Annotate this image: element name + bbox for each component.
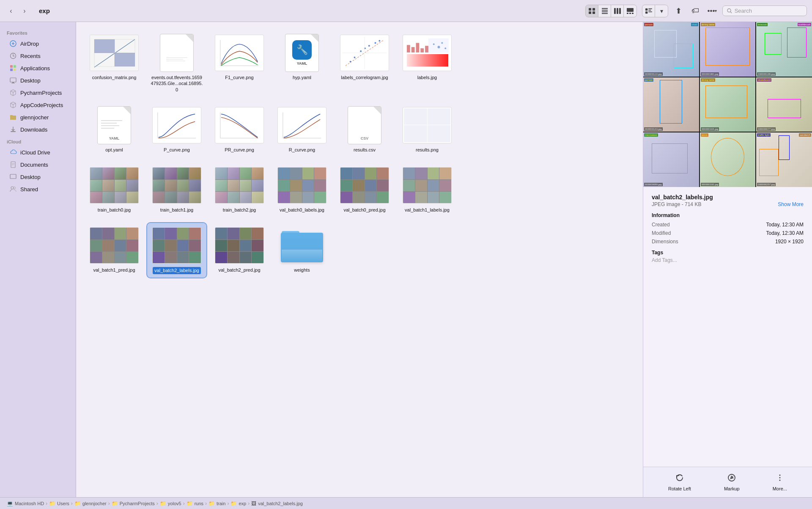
file-thumbnail [339, 166, 390, 204]
view-gallery-btn[interactable] [624, 5, 636, 17]
more-actions-button[interactable]: More... [773, 473, 787, 491]
created-value: Today, 12:30 AM [766, 222, 804, 228]
detail-preview: person chair 000000110.jpg dining table … [643, 22, 812, 187]
file-thumbnail [151, 106, 202, 144]
search-box[interactable] [722, 6, 807, 16]
file-item-val-batch1-labels[interactable]: val_batch1_labels.jpg [398, 163, 457, 216]
svg-rect-9 [617, 8, 618, 14]
sidebar-item-applications[interactable]: Applications [3, 62, 73, 74]
file-item-events[interactable]: events.out.tfevents.1659479235.Gle...oca… [147, 30, 206, 96]
file-item-weights[interactable]: weights [272, 223, 332, 277]
svg-rect-68 [411, 47, 415, 52]
bc-train[interactable]: train [217, 501, 225, 506]
tag-button[interactable]: 🏷 [689, 4, 702, 18]
file-item-labels-correlogram[interactable]: labels_correlogram.jpg [335, 30, 394, 96]
file-thumbnail [214, 226, 265, 264]
markup-label: Markup [724, 486, 740, 491]
bc-file[interactable]: val_batch2_labels.jpg [258, 501, 303, 506]
bc-pycharm[interactable]: PycharmProjects [120, 501, 155, 506]
bc-users[interactable]: Users [57, 501, 69, 506]
view-column-btn[interactable] [611, 5, 624, 17]
more-actions-label: More... [773, 486, 787, 491]
svg-rect-38 [10, 174, 16, 179]
svg-point-73 [433, 43, 435, 45]
svg-rect-13 [629, 13, 631, 14]
file-item-train-batch0[interactable]: train_batch0.jpg [85, 163, 144, 216]
icloud-drive-icon [9, 149, 17, 156]
view-icon-btn[interactable] [586, 5, 598, 17]
forward-button[interactable]: › [19, 5, 30, 17]
view-list-btn[interactable] [598, 5, 611, 17]
file-item-results-csv[interactable]: CSV results.csv [335, 103, 394, 156]
sidebar-item-pycharmprojects[interactable]: PycharmProjects [3, 87, 73, 99]
file-item-pr-curve[interactable]: PR_curve.png [210, 103, 269, 156]
sidebar-item-desktop[interactable]: Desktop [3, 74, 73, 86]
file-item-hyp-yaml[interactable]: 🔧 YAML hyp.yaml [272, 30, 332, 96]
documents-label: Documents [20, 162, 48, 168]
bc-glennjocher[interactable]: glennjocher [82, 501, 107, 506]
file-item-val-batch0-pred[interactable]: val_batch0_pred.jpg [335, 163, 394, 216]
svg-rect-71 [425, 46, 428, 52]
svg-rect-11 [627, 8, 634, 12]
group-btn[interactable] [642, 5, 655, 17]
rotate-left-button[interactable]: Rotate Left [668, 473, 691, 491]
detail-panel: person chair 000000110.jpg dining table … [643, 22, 812, 497]
more-button[interactable]: •••▾ [705, 4, 719, 18]
file-item-f1-curve[interactable]: F1_curve.png [210, 30, 269, 96]
sidebar-item-appcodeprojects[interactable]: AppCodeProjects [3, 99, 73, 111]
file-thumbnail: CSV [339, 106, 390, 144]
file-item-p-curve[interactable]: P_curve.png [147, 103, 206, 156]
add-tags-placeholder[interactable]: Add Tags... [652, 257, 804, 263]
markup-button[interactable]: Markup [724, 473, 740, 491]
file-item-train-batch2[interactable]: train_batch2.jpg [210, 163, 269, 216]
file-item-labels[interactable]: labels.jpg [398, 30, 457, 96]
detail-filename: val_batch2_labels.jpg [652, 194, 804, 201]
svg-rect-30 [11, 83, 15, 83]
sidebar-item-shared[interactable]: Shared [3, 183, 73, 195]
detail-actions: Rotate Left Markup More... [643, 467, 812, 497]
toolbar: ‹ › exp ▾ ⬆ 🏷 •••▾ [0, 0, 812, 22]
svg-rect-6 [602, 11, 608, 12]
confusion-matrix-thumb [90, 35, 139, 71]
back-button[interactable]: ‹ [5, 5, 17, 17]
file-thumbnail [277, 226, 327, 264]
file-item-results-png[interactable]: results.png [398, 103, 457, 156]
svg-rect-33 [11, 131, 16, 132]
file-item-val-batch1-pred[interactable]: val_batch1_pred.jpg [85, 223, 144, 277]
file-item-val-batch2-pred[interactable]: val_batch2_pred.jpg [210, 223, 269, 277]
bc-macintosh-hd[interactable]: Macintosh HD [15, 501, 44, 506]
svg-point-58 [360, 50, 362, 52]
file-item-r-curve[interactable]: R_curve.png [272, 103, 332, 156]
svg-rect-28 [10, 78, 16, 82]
bc-yolov5[interactable]: yolov5 [168, 501, 181, 506]
bc-runs[interactable]: runs [195, 501, 203, 506]
sidebar-item-documents[interactable]: Documents [3, 159, 73, 171]
show-more-button[interactable]: Show More [778, 201, 804, 207]
train-batch1-thumb [152, 167, 201, 204]
train-batch0-thumb [90, 167, 139, 204]
sidebar-item-glennjocher[interactable]: glennjocher [3, 111, 73, 123]
sidebar-item-desktop-icloud[interactable]: Desktop [3, 171, 73, 183]
file-item-val-batch2-labels[interactable]: val_batch2_labels.jpg [147, 223, 206, 277]
file-thumbnail [89, 226, 140, 264]
sidebar-item-downloads[interactable]: Downloads [3, 124, 73, 135]
sidebar-item-icloud-drive[interactable]: iCloud Drive [3, 146, 73, 158]
sidebar-item-recents[interactable]: Recents [3, 50, 73, 62]
train-batch2-thumb [215, 167, 264, 204]
share-button[interactable]: ⬆ [672, 4, 685, 18]
created-label: Created [652, 222, 670, 228]
bc-exp[interactable]: exp [239, 501, 246, 506]
file-item-train-batch1[interactable]: train_batch1.jpg [147, 163, 206, 216]
bc-icon-runs: 📁 [187, 501, 193, 506]
group-chevron-btn[interactable]: ▾ [655, 5, 668, 17]
file-item-val-batch0-labels[interactable]: val_batch0_labels.jpg [272, 163, 332, 216]
preview-cell-2: dining table 000000360.jpg [700, 22, 756, 77]
val-batch2-labels-thumb [152, 227, 201, 264]
sidebar-item-airdrop[interactable]: AirDrop [3, 38, 73, 50]
desktop-label: Desktop [20, 77, 41, 84]
status-bar: 💻 Macintosh HD › 📁 Users › 📁 glennjocher… [0, 497, 812, 509]
search-input[interactable] [735, 8, 802, 14]
file-item-opt-yaml[interactable]: YAML opt.yaml [85, 103, 144, 156]
file-item-confusion-matrix[interactable]: confusion_matrix.png [85, 30, 144, 96]
file-name: val_batch1_labels.jpg [405, 207, 450, 213]
